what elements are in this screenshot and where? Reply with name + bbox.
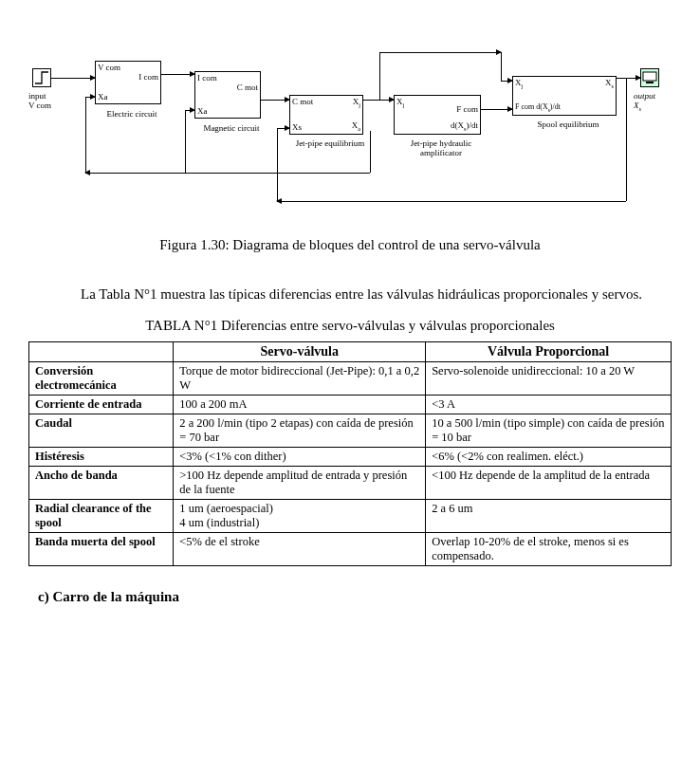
block-spool-equilibrium: Xj F com d(Xs)/dt Xs Spool equilibrium [512,76,617,116]
arrow [85,173,370,174]
step-input-icon [32,68,51,87]
block-diagram: inputV com V com Xa I com Electric circu… [28,19,672,218]
block-jet-pipe-equilibrium: C mot Xs Xj Xa Jet-pipe equilibrium [289,95,363,135]
port-cmot-in: C mot [292,98,313,106]
cell-sv: 2 a 200 l/min (tipo 2 etapas) con caída … [174,414,426,448]
arrow [501,81,512,82]
arrow [161,74,194,75]
fb-line [626,78,627,201]
cell-vp: Overlap 10-20% de el stroke, menos si es… [426,533,672,566]
block-diagram-figure: inputV com V com Xa I com Electric circu… [28,19,672,218]
table-header-row: Servo-válvula Válvula Proporcional [29,342,672,362]
cell-sv: Torque de motor bidireccional (Jet-Pipe)… [174,362,426,396]
arrow [363,100,394,101]
block-label: Jet-pipe hydraulic amplificator [398,139,484,158]
cell-vp: <6% (<2% con realimen. eléct.) [426,448,672,467]
input-label: inputV com [28,91,76,110]
cell-vp: Servo-solenoide unidireccional: 10 a 20 … [426,362,672,396]
comparison-table: Servo-válvula Válvula Proporcional Conve… [28,341,672,566]
row-head: Corriente de entrada [29,396,174,414]
subsection-heading: c) Carro de la máquina [38,589,662,605]
figure-caption: Figura 1.30: Diagrama de bloques del con… [28,237,672,253]
arrow [277,128,289,129]
svg-rect-0 [643,72,656,81]
port-xa-in: Xa [197,107,208,116]
paragraph-intro: La Tabla N°1 muestra las típicas diferen… [38,280,662,308]
arrow [617,78,640,79]
port-xs-in: Xs [292,123,302,132]
row-head: Conversión electromecánica [29,362,174,396]
table-row: Banda muerta del spool <5% de el stroke … [29,533,672,566]
table-row: Conversión electromecánica Torque de mot… [29,362,672,396]
fb-line [277,128,278,201]
port-xj-out: Xj [353,98,360,108]
th-blank [29,342,174,362]
cell-sv: <5% de el stroke [174,533,426,566]
port-xa-in: Xa [98,93,108,101]
port-vcom-in: V com [98,64,120,72]
row-head: Radial clearance of the spool [29,500,174,533]
cell-sv: <3% (<1% con dither) [174,448,426,467]
port-xj-in: Xj [396,98,404,108]
fb-line [370,131,371,173]
port-fcom-out: F com [456,105,478,114]
fb-line [85,97,86,173]
block-label: Spool equilibrium [517,120,619,130]
svg-rect-1 [646,82,654,83]
th-prop: Válvula Proporcional [426,342,672,362]
cell-vp: 2 a 6 um [426,500,672,533]
cell-sv: 1 um (aeroespacial)4 um (industrial) [174,500,426,533]
port-cmot-out: C mot [237,83,258,92]
fb-line [501,52,502,81]
arrow [185,110,194,111]
table-row: Histéresis <3% (<1% con dither) <6% (<2%… [29,448,672,467]
block-jet-pipe-amplificator: Xj F com d(Xs)/dt Jet-pipe hydraulic amp… [394,95,481,135]
arrow [85,97,95,98]
cell-vp: <100 Hz depende de la amplitud de la ent… [426,467,672,500]
row-head: Ancho de banda [29,467,174,500]
cell-sv: >100 Hz depende amplitud de entrada y pr… [174,467,426,500]
port-fcom-dxs-in: F com d(Xs)/dt [515,103,561,113]
table-title: TABLA N°1 Diferencias entre servo-válvul… [28,318,672,334]
arrow [51,78,95,79]
cell-vp: 10 a 500 l/min (tipo simple) con caída d… [426,414,672,448]
arrow [379,52,501,53]
fb-line [185,110,186,173]
port-xs-out: Xs [605,79,614,89]
block-magnetic-circuit: I com Xa C mot Magnetic circuit [194,71,261,119]
block-label: Electric circuit [100,109,164,120]
block-label: Jet-pipe equilibrium [294,139,366,149]
row-head: Histéresis [29,448,174,467]
block-electric-circuit: V com Xa I com Electric circuit [95,61,161,104]
cell-sv: 100 a 200 mA [174,396,426,414]
port-xj-in: Xj [515,79,523,89]
th-servo: Servo-válvula [174,342,426,362]
output-label: outputXs [634,91,655,112]
row-head: Banda muerta del spool [29,533,174,566]
table-row: Radial clearance of the spool 1 um (aero… [29,500,672,533]
cell-vp: <3 A [426,396,672,414]
table-row: Ancho de banda >100 Hz depende amplitud … [29,467,672,500]
table-row: Corriente de entrada 100 a 200 mA <3 A [29,396,672,414]
port-dxs-out: d(Xs)/dt [451,121,478,132]
block-label: Magnetic circuit [199,123,264,134]
port-icom-out: I com [138,73,158,82]
scope-output-icon [640,68,659,87]
port-xa-out: Xa [352,121,360,132]
port-icom-in: I com [197,74,217,83]
arrow [481,109,512,110]
table-row: Caudal 2 a 200 l/min (tipo 2 etapas) con… [29,414,672,448]
row-head: Caudal [29,414,174,448]
fb-line [379,52,380,100]
arrow [261,100,289,101]
arrow [277,201,626,202]
